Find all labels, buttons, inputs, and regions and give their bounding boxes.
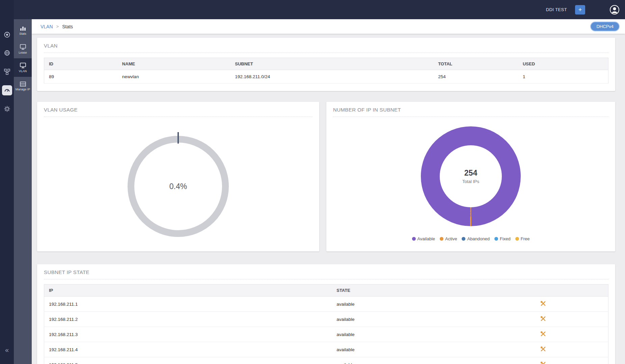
table-row: 192.168.211.4available [44,342,608,357]
module-settings-gear-icon[interactable] [1,101,13,117]
gauge-value: 0.4% [169,182,187,191]
ip-state-table-body: 192.168.211.1available192.168.211.2avail… [44,297,608,364]
legend-dot [412,237,416,241]
user-avatar-icon[interactable] [609,5,620,15]
table-cell: newvlan [117,70,230,84]
action-col-header [479,284,608,297]
action-cell [479,312,608,327]
workspace-label: DDI TEST [546,7,567,12]
divider [44,117,312,117]
breadcrumb-current: Stats [62,24,73,29]
table-row: 192.168.211.3available [44,327,608,342]
ip-cell: 192.168.211.1 [44,297,332,312]
legend-dot [440,237,443,241]
subnet-donut-chart: 254 Total IPs [421,126,521,226]
ip-cell: 192.168.211.2 [44,312,332,327]
vlan-col-subnet: SUBNET [230,58,433,70]
gauge-ring: 0.4% [128,136,229,237]
module-ipam-icon[interactable] [1,64,13,80]
sidebar-item-lease[interactable]: Lease [14,40,32,58]
ip-state-table: IP STATE 192.168.211.1available192.168.2… [44,284,608,364]
sidebar-collapse-button[interactable]: « [0,346,14,354]
legend-label: Available [417,236,435,241]
ip-col-header: IP [44,284,332,297]
top-bar: DDI TEST + [0,0,625,19]
table-row: 192.168.211.2available [44,312,608,327]
subnet-ip-card: NUMBER OF IP IN SUBNET 254 Total IPs Ava… [326,102,615,251]
legend-item[interactable]: Fixed [494,236,511,241]
vlan-usage-card: VLAN USAGE 0.4% [37,102,319,251]
legend-label: Free [521,236,530,241]
subnet-ip-state-title: SUBNET IP STATE [37,264,615,279]
legend-item[interactable]: Free [515,236,530,241]
vlan-col-total: TOTAL [433,58,518,70]
sidebar-item-vlan[interactable]: VLAN [14,58,32,77]
vlan-usage-gauge-chart: 0.4% [128,136,229,237]
vlan-usage-title: VLAN USAGE [37,102,319,117]
action-cell [479,342,608,357]
breadcrumb-separator: > [56,24,59,29]
subnet-ip-title: NUMBER OF IP IN SUBNET [326,102,615,117]
table-cell: 192.168.211.0/24 [230,70,433,84]
sidebar-item-manage-ip[interactable]: Manage IP [14,77,32,95]
monitor-icon [20,63,26,68]
action-cell [479,297,608,312]
legend-item[interactable]: Abandoned [462,236,490,241]
vlan-card: VLAN ID NAME SUBNET TOTAL USED 89newvlan… [37,38,615,91]
tools-icon[interactable] [540,346,546,353]
dhcp-mode-pill[interactable]: DHCPv4 [590,22,620,31]
module-dhcp-gauge-icon[interactable] [2,85,12,95]
donut-active-marker [470,207,471,226]
sidebar: Stats Lease VLAN Manage IP [14,19,32,364]
state-cell: available [332,297,479,312]
tools-icon[interactable] [540,331,546,338]
sidebar-item-stats[interactable]: Stats [14,21,32,40]
vlan-col-name: NAME [117,58,230,70]
tools-icon[interactable] [540,316,546,323]
tools-icon[interactable] [540,301,546,307]
subnet-ip-state-card: SUBNET IP STATE IP STATE 192.168.211.1av… [37,264,615,364]
list-icon [20,82,26,87]
legend-dot [462,237,465,241]
monitor-icon [20,44,26,50]
donut-center: 254 Total IPs [440,145,502,207]
table-row: 192.168.211.5available [44,357,608,364]
module-dns-globe-icon[interactable] [1,46,13,61]
ip-cell: 192.168.211.3 [44,327,332,342]
ip-cell: 192.168.211.4 [44,342,332,357]
state-cell: available [332,357,479,364]
breadcrumb-parent-link[interactable]: VLAN [40,24,53,29]
divider [44,53,608,53]
breadcrumb-bar: VLAN > Stats DHCPv4 [32,19,625,34]
donut-legend: AvailableActiveAbandonedFixedFree [326,236,615,241]
action-cell [479,357,608,364]
tools-icon[interactable] [540,361,546,364]
state-cell: available [332,327,479,342]
action-cell [479,327,608,342]
gauge-tick [178,132,179,144]
module-strip: « [0,0,14,364]
add-button[interactable]: + [575,5,585,14]
table-row: 89newvlan192.168.211.0/242541 [44,70,608,84]
state-cell: available [332,312,479,327]
divider [333,117,608,117]
donut-total-value: 254 [464,169,477,178]
ip-cell: 192.168.211.5 [44,357,332,364]
vlan-card-title: VLAN [37,38,615,53]
divider [44,279,608,279]
legend-item[interactable]: Available [412,236,435,241]
table-row: 192.168.211.1available [44,297,608,312]
vlan-col-id: ID [44,58,117,70]
legend-label: Abandoned [467,236,490,241]
donut-total-label: Total IPs [462,179,479,184]
table-cell: 89 [44,70,117,84]
module-dashboard-icon[interactable] [1,27,13,42]
legend-label: Fixed [500,236,511,241]
state-col-header: STATE [332,284,479,297]
vlan-table-body: 89newvlan192.168.211.0/242541 [44,70,608,84]
legend-label: Active [445,236,457,241]
bar-chart-icon [20,26,26,31]
legend-item[interactable]: Active [440,236,457,241]
legend-dot [515,237,519,241]
table-cell: 1 [518,70,608,84]
